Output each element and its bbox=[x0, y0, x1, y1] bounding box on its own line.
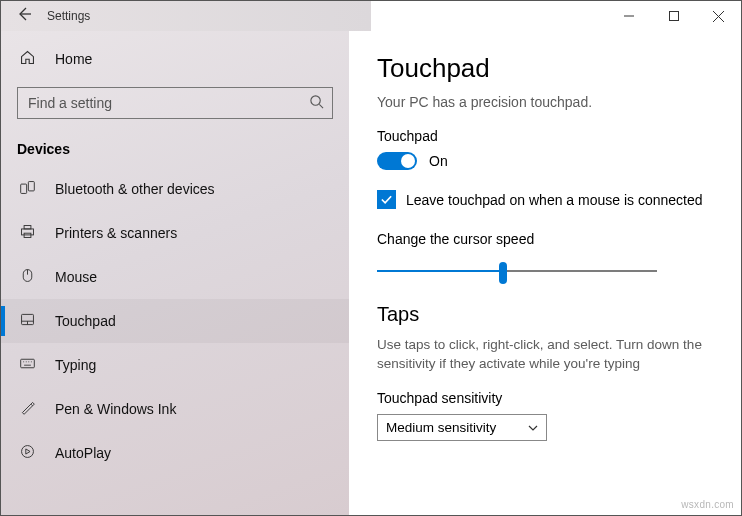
svg-rect-7 bbox=[28, 182, 34, 191]
svg-rect-1 bbox=[669, 12, 678, 21]
slider-thumb[interactable] bbox=[499, 262, 507, 284]
taps-heading: Taps bbox=[377, 303, 721, 326]
pen-icon bbox=[17, 399, 37, 419]
autoplay-icon bbox=[17, 443, 37, 463]
watermark: wsxdn.com bbox=[681, 499, 734, 510]
chevron-down-icon bbox=[528, 421, 538, 433]
sidebar-item-typing[interactable]: Typing bbox=[1, 343, 349, 387]
search-input[interactable] bbox=[17, 87, 333, 119]
slider-fill bbox=[377, 270, 503, 272]
dropdown-value: Medium sensitivity bbox=[386, 420, 496, 435]
page-subtitle: Your PC has a precision touchpad. bbox=[377, 94, 721, 110]
sidebar-item-bluetooth[interactable]: Bluetooth & other devices bbox=[1, 167, 349, 211]
touchpad-icon bbox=[17, 311, 37, 331]
sidebar-section-heading: Devices bbox=[1, 123, 349, 167]
toggle-state-label: On bbox=[429, 153, 448, 169]
leave-on-checkbox[interactable] bbox=[377, 190, 396, 209]
maximize-button[interactable] bbox=[651, 1, 696, 31]
sidebar-item-label: Mouse bbox=[55, 269, 97, 285]
home-icon bbox=[17, 49, 37, 69]
search-field[interactable] bbox=[26, 94, 309, 112]
minimize-button[interactable] bbox=[606, 1, 651, 31]
home-label: Home bbox=[55, 51, 92, 67]
cursor-speed-slider[interactable] bbox=[377, 259, 657, 283]
sidebar: Home Devices Bluetooth & other devices bbox=[1, 31, 349, 515]
window-title: Settings bbox=[47, 9, 90, 23]
close-button[interactable] bbox=[696, 1, 741, 31]
sidebar-item-touchpad[interactable]: Touchpad bbox=[1, 299, 349, 343]
svg-rect-8 bbox=[21, 229, 33, 235]
sidebar-item-autoplay[interactable]: AutoPlay bbox=[1, 431, 349, 475]
mouse-icon bbox=[17, 267, 37, 287]
sidebar-item-label: Pen & Windows Ink bbox=[55, 401, 176, 417]
printer-icon bbox=[17, 223, 37, 243]
keyboard-icon bbox=[17, 355, 37, 375]
sidebar-item-label: Typing bbox=[55, 357, 96, 373]
cursor-speed-label: Change the cursor speed bbox=[377, 231, 721, 247]
sidebar-item-label: Printers & scanners bbox=[55, 225, 177, 241]
sidebar-item-mouse[interactable]: Mouse bbox=[1, 255, 349, 299]
sidebar-item-printers[interactable]: Printers & scanners bbox=[1, 211, 349, 255]
touchpad-toggle[interactable] bbox=[377, 152, 417, 170]
checkbox-label: Leave touchpad on when a mouse is connec… bbox=[406, 192, 703, 208]
svg-rect-16 bbox=[20, 359, 34, 368]
search-icon bbox=[309, 94, 324, 112]
svg-point-22 bbox=[21, 446, 33, 458]
svg-rect-9 bbox=[24, 226, 31, 229]
content-pane: Touchpad Your PC has a precision touchpa… bbox=[349, 31, 741, 515]
sensitivity-dropdown[interactable]: Medium sensitivity bbox=[377, 414, 547, 441]
svg-point-4 bbox=[311, 96, 320, 105]
back-button[interactable] bbox=[1, 6, 47, 26]
sidebar-item-pen[interactable]: Pen & Windows Ink bbox=[1, 387, 349, 431]
page-title: Touchpad bbox=[377, 53, 721, 84]
taps-description: Use taps to click, right-click, and sele… bbox=[377, 336, 721, 374]
svg-rect-6 bbox=[20, 184, 26, 193]
sensitivity-label: Touchpad sensitivity bbox=[377, 390, 721, 406]
toggle-group-label: Touchpad bbox=[377, 128, 721, 144]
svg-line-5 bbox=[319, 104, 323, 108]
bluetooth-icon bbox=[17, 179, 37, 199]
sidebar-item-home[interactable]: Home bbox=[1, 39, 349, 79]
sidebar-item-label: Bluetooth & other devices bbox=[55, 181, 215, 197]
sidebar-item-label: Touchpad bbox=[55, 313, 116, 329]
sidebar-item-label: AutoPlay bbox=[55, 445, 111, 461]
